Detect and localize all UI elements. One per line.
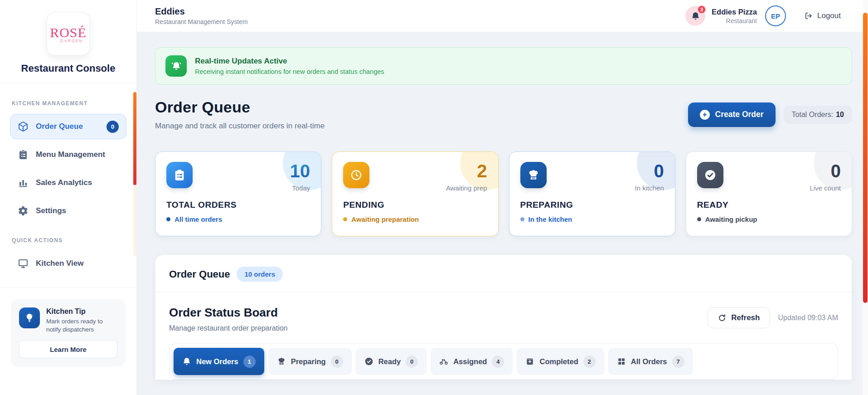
queue-panel-title: Order Queue [169, 268, 230, 280]
nav-section-label-quick-actions: QUICK ACTIONS [12, 237, 125, 244]
avatar[interactable]: EP [765, 5, 786, 26]
stat-value: 10 [290, 162, 310, 180]
refresh-label: Refresh [731, 313, 760, 322]
tab-count-badge: 7 [672, 356, 684, 368]
tab-preparing[interactable]: Preparing 0 [268, 348, 352, 375]
order-queue-count-badge: 0 [107, 121, 119, 133]
tab-count-badge: 4 [492, 356, 504, 368]
stat-card-ready: 0 Live count READY Awaiting pickup [686, 151, 852, 236]
stat-status: Awaiting pickup [697, 215, 841, 223]
stat-name: TOTAL ORDERS [166, 200, 310, 210]
archive-icon [525, 357, 534, 366]
page-content: Real-time Updates Active Receiving insta… [137, 32, 868, 395]
sidebar-scrollbar-track[interactable] [133, 92, 136, 256]
sidebar-item-kitchen-view[interactable]: Kitchen View [10, 251, 126, 276]
orders-count-badge: 10 orders [237, 267, 283, 282]
tip-text-block: Kitchen Tip Mark orders ready to notify … [46, 307, 117, 334]
stat-caption: Live count [810, 184, 841, 192]
tab-assigned[interactable]: Assigned 4 [431, 348, 513, 375]
sidebar-item-label: Settings [36, 206, 66, 215]
create-order-button[interactable]: + Create Order [688, 102, 776, 127]
stat-status: All time orders [166, 215, 310, 223]
sidebar-header: ROSÉ GARDEN Restaurant Console [0, 0, 136, 84]
sidebar-item-label: Menu Management [36, 150, 105, 159]
sidebar-scrollbar-thumb[interactable] [133, 92, 136, 185]
bar-chart-icon [18, 177, 29, 188]
tab-count-badge: 0 [331, 356, 343, 368]
total-orders-label: Total Orders: [792, 111, 834, 119]
stat-caption: Today [290, 184, 310, 192]
stat-card-preparing: 0 In kitchen PREPARING In the kitchen [509, 151, 675, 236]
bike-icon [439, 357, 448, 366]
tab-count-badge: 0 [406, 356, 418, 368]
learn-more-button[interactable]: Learn More [19, 340, 117, 358]
tab-all-orders[interactable]: All Orders 7 [608, 348, 693, 375]
sidebar-item-label: Kitchen View [36, 259, 84, 268]
console-title: Restaurant Console [0, 63, 136, 74]
bell-icon [182, 357, 191, 366]
status-tabs: New Orders 1 Preparing 0 [169, 343, 838, 380]
account-name: Eddies Pizza [712, 8, 757, 16]
tab-count-badge: 2 [583, 356, 596, 368]
tab-label: Ready [378, 357, 401, 366]
app-title: Eddies [155, 6, 248, 17]
refresh-icon [718, 314, 726, 322]
tab-label: New Orders [196, 357, 238, 366]
grid-icon [617, 357, 626, 366]
stat-status-label: All time orders [175, 215, 222, 223]
clock-icon [343, 162, 369, 188]
sidebar-item-order-queue[interactable]: Order Queue 0 [10, 114, 126, 139]
app-subtitle: Restaurant Management System [155, 18, 248, 25]
stat-caption: Awaiting prep [446, 184, 487, 192]
account-type: Restaurant [712, 17, 757, 24]
realtime-banner: Real-time Updates Active Receiving insta… [155, 47, 852, 85]
order-queue-panel: Order Queue 10 orders Order Status Board… [155, 254, 852, 380]
status-dot [697, 217, 701, 221]
stat-name: READY [697, 200, 841, 210]
sidebar-nav: KITCHEN MANAGEMENT Order Queue 0 Menu Ma… [0, 84, 136, 279]
sidebar-item-menu-management[interactable]: Menu Management [10, 142, 126, 167]
tab-new-orders[interactable]: New Orders 1 [174, 348, 264, 375]
check-circle-icon [697, 162, 723, 188]
logout-label: Logout [817, 11, 841, 20]
stat-value: 2 [446, 162, 487, 180]
logout-button[interactable]: Logout [804, 11, 841, 20]
tab-completed[interactable]: Completed 2 [517, 348, 604, 375]
board-title: Order Status Board [169, 306, 288, 320]
status-dot [520, 217, 524, 221]
stat-status-label: Awaiting preparation [351, 215, 419, 223]
tab-ready[interactable]: Ready 0 [356, 348, 427, 375]
lightbulb-icon [19, 307, 40, 328]
logo-subtext: GARDEN [60, 39, 83, 43]
last-updated-text: Updated 09:03 AM [778, 314, 838, 322]
tip-title: Kitchen Tip [46, 307, 117, 316]
total-orders-value: 10 [836, 111, 844, 119]
status-dot [166, 217, 170, 221]
sidebar-item-settings[interactable]: Settings [10, 198, 126, 224]
sidebar-divider [0, 287, 136, 288]
refresh-button[interactable]: Refresh [708, 307, 770, 328]
stat-status-label: In the kitchen [529, 215, 572, 223]
account-info: Eddies Pizza Restaurant [712, 8, 757, 24]
sidebar-item-sales-analytics[interactable]: Sales Analytics [10, 170, 126, 195]
page-scrollbar-track[interactable] [863, 0, 868, 395]
page-scrollbar-thumb[interactable] [863, 13, 868, 303]
stat-caption: In kitchen [635, 184, 664, 192]
stats-row: 10 Today TOTAL ORDERS All time orders [155, 151, 852, 236]
page-title: Order Queue [155, 98, 325, 116]
stat-value: 0 [635, 162, 664, 180]
logout-icon [804, 11, 813, 20]
total-orders-pill: Total Orders: 10 [784, 106, 852, 124]
page-header-row: Order Queue Manage and track all custome… [155, 98, 852, 131]
page-title-block: Order Queue Manage and track all custome… [155, 98, 325, 131]
stat-value: 0 [810, 162, 841, 180]
banner-text-block: Real-time Updates Active Receiving insta… [195, 57, 384, 75]
tab-label: All Orders [631, 357, 667, 366]
plus-icon: + [700, 110, 710, 120]
package-icon [18, 121, 29, 132]
status-dot [343, 217, 347, 221]
sidebar-item-label: Order Queue [36, 122, 83, 131]
notifications-button[interactable]: 3 [685, 6, 705, 26]
chef-hat-icon [277, 357, 286, 366]
tab-label: Completed [539, 357, 578, 366]
